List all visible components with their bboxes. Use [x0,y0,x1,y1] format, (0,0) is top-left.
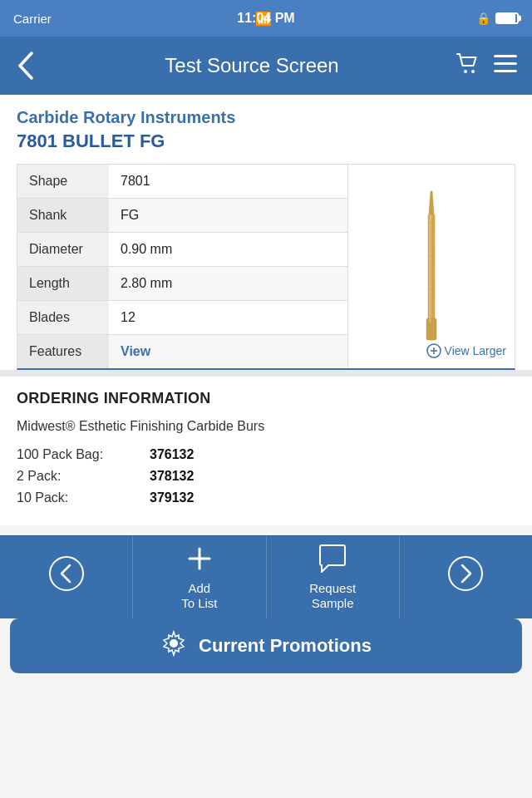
specs-image-container: Shape7801ShankFGDiameter0.90 mmLength2.8… [17,164,515,370]
forward-circle-icon [447,555,484,596]
spec-value: 2.80 mm [109,267,347,300]
cart-icon[interactable] [456,52,479,80]
nav-bar: Test Source Screen [0,37,532,95]
add-to-list-label: AddTo List [181,581,217,611]
order-row: 100 Pack Bag:376132 [17,447,515,462]
status-bar-right: 🔒 [476,12,519,25]
add-icon [185,544,214,578]
spec-row: ShankFG [17,199,347,233]
spec-label: Diameter [17,233,109,266]
spec-value: FG [109,199,347,232]
spec-value: 12 [109,301,347,334]
page-title: Test Source Screen [48,54,456,77]
order-row: 2 Pack:378132 [17,469,515,484]
view-larger-button[interactable]: View Larger [426,343,506,358]
spec-label: Features [17,335,109,368]
chat-icon [317,544,348,578]
order-rows: 100 Pack Bag:3761322 Pack:37813210 Pack:… [17,447,515,505]
spec-row[interactable]: FeaturesView [17,335,347,368]
ordering-title: ORDERING INFORMATION [17,390,515,407]
add-to-list-button[interactable]: AddTo List [133,536,266,618]
lock-icon: 🔒 [476,12,490,25]
carrier-label: Carrier [13,12,52,26]
spec-label: Blades [17,301,109,334]
spec-value[interactable]: View [109,335,347,368]
order-row: 10 Pack:379132 [17,490,515,505]
spec-value: 7801 [109,165,347,198]
spec-value: 0.90 mm [109,233,347,266]
request-sample-button[interactable]: RequestSample [267,536,400,618]
spec-row: Length2.80 mm [17,267,347,301]
back-circle-icon [48,555,85,596]
spec-label: Shape [17,165,109,198]
spec-label: Shank [17,199,109,232]
ordering-section: ORDERING INFORMATION Midwest® Esthetic F… [0,377,532,525]
spec-row: Diameter0.90 mm [17,233,347,267]
main-content: Carbide Rotary Instruments 7801 BULLET F… [0,95,532,370]
product-description: Midwest® Esthetic Finishing Carbide Burs [17,419,515,434]
svg-point-0 [464,70,467,73]
order-pack-label: 2 Pack: [17,469,150,484]
svg-rect-4 [494,70,517,72]
spec-row: Blades12 [17,301,347,335]
view-larger-label: View Larger [445,344,506,357]
category-title: Carbide Rotary Instruments [17,108,515,127]
svg-rect-2 [494,55,517,57]
back-nav-button[interactable] [0,536,133,618]
product-image [420,190,443,343]
nav-right-icons [456,52,517,80]
promotions-button[interactable]: Current Promotions [10,618,522,673]
product-title: 7801 BULLET FG [17,131,515,152]
promotions-label: Current Promotions [199,635,372,657]
svg-point-1 [471,70,475,73]
order-pack-code: 378132 [150,469,194,484]
specs-table: Shape7801ShankFGDiameter0.90 mmLength2.8… [17,165,348,368]
gear-icon [160,630,187,662]
time-label: 11:04 PM [237,11,294,26]
svg-point-27 [170,639,178,648]
order-pack-label: 100 Pack Bag: [17,447,150,462]
forward-nav-button[interactable] [400,536,532,618]
request-sample-label: RequestSample [309,581,356,611]
svg-point-23 [50,557,83,590]
product-image-container: View Larger [348,165,515,368]
spec-label: Length [17,267,109,300]
svg-rect-3 [494,62,517,65]
svg-point-26 [449,557,482,590]
order-pack-code: 379132 [150,490,194,505]
order-pack-label: 10 Pack: [17,490,150,505]
battery-icon [495,12,519,24]
svg-rect-19 [429,214,431,323]
divider [0,370,532,377]
bottom-tab-bar: AddTo List RequestSample [0,535,532,618]
order-pack-code: 376132 [150,447,194,462]
menu-icon[interactable] [494,53,517,79]
spec-row: Shape7801 [17,165,347,199]
back-button[interactable] [15,50,48,81]
status-bar: Carrier 📶 11:04 PM 🔒 [0,0,532,37]
svg-marker-5 [429,191,434,214]
